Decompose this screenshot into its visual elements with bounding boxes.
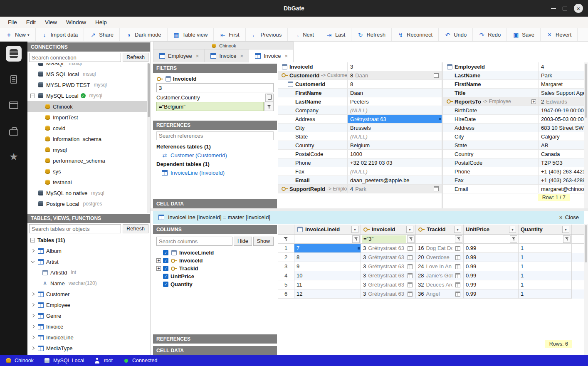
grid-column-header[interactable]: Quantity [519,225,572,234]
form-field-value[interactable]: Belgium [348,141,442,149]
toolbar-button[interactable]: Previous [246,28,288,41]
chevron-icon[interactable] [31,249,34,252]
chevron-icon[interactable] [31,292,34,296]
cell-invoiceid[interactable]: 3Grétrystraat 63 [361,280,416,289]
hide-column-button[interactable]: Hide [234,237,252,246]
column-checkbox[interactable] [163,274,168,279]
table-tree-item[interactable]: InvoiceLine [27,332,150,343]
tree-gutter[interactable] [30,314,35,317]
open-record-icon[interactable] [455,282,461,288]
cell-invoicelineid[interactable]: 8 [294,253,361,262]
filter-menu-button[interactable] [352,235,360,243]
cell-unitprice[interactable]: 0.99 [464,253,519,262]
filter-invoiceid-input[interactable] [156,83,274,92]
chevron-icon[interactable] [31,314,34,317]
table-tree-item[interactable]: ArtistId int [27,267,150,278]
toolbar-button[interactable]: Import data [36,28,84,41]
filter-menu-button[interactable] [407,235,415,243]
connections-scrollbar[interactable] [147,63,150,213]
statusbar-item[interactable]: Chinook [5,358,34,364]
cell-unitprice[interactable]: 0.99 [464,244,519,253]
statusbar-item[interactable]: MySQL Local [44,358,84,364]
chevron-icon[interactable] [31,260,34,263]
connection-item[interactable]: MySQL Local mysql [27,90,150,101]
form-field-value[interactable]: (NULL) [348,132,442,141]
rail-favorites-button[interactable]: ★ [6,149,22,165]
filter-country-input[interactable] [156,102,264,111]
form-field-value[interactable]: 1947-09-19 00:00:00 [539,106,584,114]
column-filter-cell[interactable] [464,235,519,243]
open-record-icon[interactable] [455,264,461,270]
cell-quantity[interactable]: 1 [519,244,572,253]
cell-invoicelineid[interactable]: 12 [294,289,361,299]
open-record-icon[interactable] [455,291,461,297]
table-tree-item[interactable]: MediaType [27,343,150,354]
tree-gutter[interactable] [30,293,35,295]
column-checkbox[interactable] [163,258,168,263]
column-list-item[interactable]: Quantity [155,280,275,288]
tree-gutter[interactable] [30,261,35,262]
menu-item[interactable]: View [40,19,62,25]
connection-item[interactable]: MS SQL local mssql [27,69,150,79]
form-field-value[interactable]: Peeters [348,97,442,106]
search-columns-input[interactable] [156,237,232,246]
form-field-value[interactable]: Grétrystraat 63 [348,115,442,123]
cell-quantity[interactable]: 1 [519,289,572,299]
menu-item[interactable]: Window [62,19,91,25]
close-icon[interactable]: × [574,4,583,13]
expand-toggle-icon[interactable] [531,99,536,104]
chevron-icon[interactable] [31,325,34,328]
table-tree-item[interactable]: Name varchar(120) [27,278,150,289]
open-record-icon[interactable] [407,264,413,270]
toolbar-button[interactable]: Table view [168,28,214,41]
form-field-value[interactable]: Margaret [539,80,584,88]
connections-refresh-button[interactable]: Refresh [123,53,148,62]
form-field-value[interactable]: Park [539,71,584,79]
column-list-item[interactable]: UnitPrice [155,272,275,280]
tree-gutter[interactable] [30,336,35,339]
table-tree-item[interactable]: Employee [27,299,150,310]
connection-item[interactable]: MySQL no native mysql [27,188,150,198]
cell-invoiceid[interactable]: 3Grétrystraat 63 [361,253,416,262]
grid-column-header[interactable]: InvoiceLineId [294,225,361,234]
column-menu-button[interactable] [509,226,516,233]
chevron-icon[interactable] [31,336,34,339]
toolbar-button[interactable]: Reconnect [392,28,439,41]
row-number[interactable]: 5 [278,280,294,289]
table-tree-item[interactable]: Album [27,245,150,256]
toolbar-button[interactable]: Undo [439,28,473,41]
grid-column-header[interactable]: TrackId [416,225,464,234]
cell-unitprice[interactable]: 0.99 [464,262,519,271]
tab-close-icon[interactable] [240,53,244,59]
expand-toggle-icon[interactable] [156,266,161,271]
tree-gutter[interactable] [30,250,35,252]
open-record-icon[interactable] [407,282,413,288]
cell-trackid[interactable]: 36Angel [416,289,464,299]
column-filter-cell[interactable]: ="3" [361,235,416,243]
column-menu-button[interactable] [351,226,358,233]
tab[interactable]: Invoice [249,49,294,62]
column-filter-value[interactable] [295,235,351,243]
form-field-value[interactable]: (NULL) [348,167,442,176]
cell-trackid[interactable]: 28Janie's Got A Gun [416,271,464,280]
column-checkbox[interactable] [163,282,168,287]
table-tree-item[interactable]: Customer [27,289,150,299]
cell-trackid[interactable]: 24Love In An Elevator [416,262,464,271]
menu-item[interactable]: Edit [22,19,40,25]
connection-item[interactable]: MYSL PWD TEST mysql [27,79,150,90]
filter-menu-button[interactable] [455,235,462,243]
column-filter-cell[interactable] [294,235,361,243]
tree-gutter[interactable] [30,94,35,98]
form-field-value[interactable]: daan_peeters@apple.be [348,176,442,184]
form-field-value[interactable]: Canada [539,150,584,158]
filter-menu-button[interactable] [264,102,274,111]
cell-unitprice[interactable]: 0.99 [464,289,519,299]
form-view-scrollbar[interactable] [584,62,588,208]
form-field-value[interactable]: Brussels [348,124,442,132]
row-number[interactable]: 1 [278,244,294,253]
maximize-icon[interactable] [563,7,567,10]
toolbar-button[interactable]: First [214,28,245,41]
cell-trackid[interactable]: 16Dog Eat Dog [416,244,464,253]
toolbar-button[interactable]: New [0,28,36,41]
form-field-value[interactable]: margaret@chinookcorp.com [539,185,584,193]
